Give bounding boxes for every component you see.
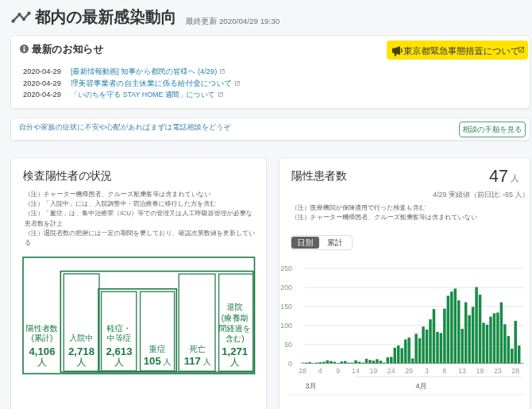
svg-text:退院: 退院 <box>227 303 243 311</box>
svg-text:4月: 4月 <box>415 382 426 390</box>
svg-text:4: 4 <box>318 367 322 375</box>
svg-text:9: 9 <box>336 367 340 375</box>
svg-text:117 人: 117 人 <box>184 355 211 367</box>
svg-text:含む): 含む) <box>226 334 245 343</box>
svg-text:軽症・: 軽症・ <box>107 324 131 333</box>
svg-text:人: 人 <box>37 357 47 368</box>
svg-text:29: 29 <box>405 367 413 375</box>
svg-text:28: 28 <box>511 367 519 375</box>
svg-text:陽性者数: 陽性者数 <box>26 324 58 333</box>
svg-text:50: 50 <box>284 341 292 349</box>
svg-text:入院中: 入院中 <box>69 334 93 342</box>
svg-text:23: 23 <box>494 367 502 375</box>
svg-text:3: 3 <box>425 367 429 375</box>
svg-text:人: 人 <box>77 357 87 368</box>
svg-text:3月: 3月 <box>305 382 316 390</box>
svg-text:105 人: 105 人 <box>144 355 172 367</box>
svg-text:(療養期: (療養期 <box>222 314 249 322</box>
svg-text:重症: 重症 <box>148 345 166 353</box>
svg-text:200: 200 <box>280 284 292 291</box>
svg-text:死亡: 死亡 <box>190 345 206 353</box>
svg-text:中等症: 中等症 <box>107 334 132 342</box>
svg-text:1,271: 1,271 <box>222 345 248 357</box>
svg-text:150: 150 <box>280 303 292 311</box>
svg-text:19: 19 <box>370 367 378 375</box>
svg-text:間経過を: 間経過を <box>218 324 251 333</box>
svg-text:28: 28 <box>299 367 306 375</box>
svg-text:4,106: 4,106 <box>29 345 55 357</box>
svg-text:人: 人 <box>230 357 240 368</box>
svg-text:24: 24 <box>387 367 395 375</box>
svg-text:0: 0 <box>288 360 292 368</box>
svg-text:8: 8 <box>442 367 446 375</box>
svg-text:13: 13 <box>458 367 466 375</box>
svg-text:14: 14 <box>352 367 360 375</box>
svg-text:18: 18 <box>476 367 484 375</box>
svg-text:250: 250 <box>280 264 292 272</box>
svg-text:100: 100 <box>280 322 292 330</box>
svg-text:人: 人 <box>114 357 124 368</box>
svg-text:2,718: 2,718 <box>68 345 94 357</box>
svg-text:(累計): (累計) <box>32 334 53 342</box>
svg-text:2,613: 2,613 <box>106 345 132 357</box>
